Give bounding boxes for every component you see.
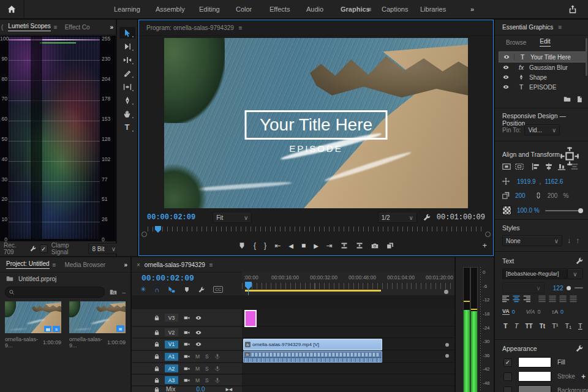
sync-lock-toggle[interactable]: [184, 341, 190, 347]
track-name-v3[interactable]: V3: [165, 314, 178, 322]
align-left-objects-button[interactable]: [532, 162, 540, 171]
fill-checkbox[interactable]: [503, 358, 512, 367]
egp-scrollbar[interactable]: [586, 38, 587, 76]
track-name-v2[interactable]: V2: [165, 328, 178, 336]
mute-toggle[interactable]: M: [195, 353, 200, 360]
track-lane-v2[interactable]: [242, 327, 454, 338]
position-y-value[interactable]: 1162.6: [545, 178, 563, 185]
solo-toggle[interactable]: S: [205, 377, 209, 383]
layer-row-title[interactable]: T Your Title Here: [499, 51, 586, 62]
program-settings-button[interactable]: [423, 214, 431, 221]
new-layer-button[interactable]: [576, 96, 583, 103]
panel-overflow-icon[interactable]: »: [124, 262, 127, 268]
align-center-horizontally-button[interactable]: [502, 162, 511, 171]
faux-bold-button[interactable]: T: [503, 322, 508, 330]
stroke-checkbox[interactable]: [503, 372, 512, 381]
small-caps-button[interactable]: Tt: [540, 323, 545, 330]
track-output-toggle[interactable]: [195, 315, 202, 321]
stroke-color-swatch[interactable]: [518, 371, 551, 382]
project-search-field[interactable]: [5, 287, 105, 298]
workspace-audio[interactable]: Audio: [306, 0, 323, 18]
mix-gain-value[interactable]: 0.0: [197, 386, 205, 392]
workspace-overflow-icon[interactable]: »: [470, 0, 474, 18]
layer-row-episode[interactable]: T EPISODE: [499, 82, 586, 92]
mute-toggle[interactable]: M: [195, 377, 200, 383]
appearance-settings-button[interactable]: [576, 345, 583, 352]
play-stop-button[interactable]: ■: [301, 241, 306, 250]
mute-toggle[interactable]: M: [195, 366, 200, 372]
pen-tool[interactable]: [119, 94, 135, 106]
sync-lock-toggle[interactable]: [184, 377, 190, 383]
step-forward-button[interactable]: ▶: [314, 243, 318, 249]
program-panel-menu-icon[interactable]: ≡: [239, 24, 243, 31]
font-style-dropdown[interactable]: ∨: [502, 282, 545, 293]
workspace-captions[interactable]: Captions: [382, 0, 408, 18]
playback-resolution-dropdown[interactable]: 1/2∨: [378, 212, 417, 223]
push-style-button[interactable]: ↓: [567, 236, 571, 245]
track-name-a3[interactable]: A3: [165, 376, 178, 384]
tab-edit[interactable]: Edit: [540, 38, 550, 47]
link-scale-toggle[interactable]: [535, 192, 542, 199]
layer-visibility-toggle[interactable]: [499, 64, 513, 70]
linked-selection-toggle[interactable]: [168, 286, 175, 293]
panel-overflow-icon[interactable]: »: [110, 24, 113, 31]
zoom-level-dropdown[interactable]: Fit∨: [213, 212, 252, 223]
tab-sequence[interactable]: ornella-salas-9794329: [145, 262, 205, 268]
background-color-swatch[interactable]: [518, 385, 551, 392]
workspace-color[interactable]: Color: [236, 0, 252, 18]
work-area-bar[interactable]: [245, 290, 381, 292]
sequence-name[interactable]: ornella-salas-9...: [69, 336, 107, 349]
opacity-slider-knob[interactable]: [578, 208, 583, 213]
layer-visibility-toggle[interactable]: [499, 74, 513, 80]
lumetri-panel-menu-icon[interactable]: ≡: [54, 24, 58, 31]
project-item-sequence[interactable]: ▤ ornella-salas-9... 1:00:09: [69, 301, 126, 349]
track-output-toggle[interactable]: [195, 330, 202, 336]
new-folder-button[interactable]: [564, 96, 571, 103]
track-name-a1[interactable]: A1: [165, 353, 178, 361]
ripple-edit-tool[interactable]: [119, 54, 135, 66]
leading-value[interactable]: 0: [560, 309, 564, 315]
track-lock-toggle[interactable]: [154, 377, 160, 383]
voiceover-record-button[interactable]: [214, 353, 221, 360]
workspace-assembly[interactable]: Assembly: [156, 0, 185, 18]
sync-lock-toggle[interactable]: [184, 353, 190, 360]
workspace-libraries[interactable]: Libraries: [420, 0, 446, 18]
zoom-scrollbar-knob[interactable]: [444, 290, 448, 294]
sync-lock-toggle[interactable]: [184, 330, 190, 336]
sync-lock-toggle[interactable]: [184, 315, 190, 321]
track-lane-a3[interactable]: [242, 375, 454, 386]
audio-meters-panel[interactable]: 0-6 -12-18 -24-30 -36-42 -48: [456, 257, 494, 392]
align-bottom-objects-button[interactable]: [557, 162, 566, 171]
track-lock-toggle[interactable]: [154, 353, 160, 360]
media-browser-shortcut-button[interactable]: [110, 288, 117, 296]
timeline-panel-menu-icon[interactable]: ≡: [209, 262, 213, 268]
razor-tool[interactable]: [119, 67, 135, 79]
tab-media-browser[interactable]: Media Browser: [64, 262, 105, 268]
workspace-graphics-active[interactable]: Graphics: [341, 0, 370, 18]
layer-row-gaussian-blur[interactable]: fx Gaussian Blur: [499, 62, 586, 72]
distribute-objects-button[interactable]: [570, 162, 579, 171]
track-scroll-knob[interactable]: [445, 343, 449, 347]
subscript-button[interactable]: T₁: [565, 322, 571, 330]
lift-button[interactable]: [341, 242, 348, 249]
text-settings-button[interactable]: [576, 257, 583, 265]
mark-in-button[interactable]: {: [254, 241, 256, 250]
project-item-clip[interactable]: ▮▮ ≋ ornella-salas-9... 1:00:09: [5, 301, 61, 349]
scrubber-left-knob[interactable]: [141, 232, 147, 237]
sync-lock-toggle[interactable]: [184, 366, 190, 372]
workspace-learning[interactable]: Learning: [114, 0, 140, 18]
home-button[interactable]: [0, 0, 24, 18]
timeline-current-timecode[interactable]: 00:00:02:09: [141, 274, 194, 283]
faux-italic-button[interactable]: T: [514, 322, 519, 330]
button-editor-button[interactable]: +: [482, 241, 487, 250]
solo-toggle[interactable]: S: [205, 353, 209, 360]
track-output-toggle[interactable]: [195, 341, 202, 347]
justify-last-right-button[interactable]: [559, 295, 567, 303]
egp-panel-menu-icon[interactable]: ≡: [558, 24, 562, 31]
tab-browse[interactable]: Browse: [506, 39, 526, 46]
nest-sequences-toggle[interactable]: ✳: [140, 285, 146, 293]
hand-tool[interactable]: [119, 108, 135, 119]
track-lane-mix[interactable]: [242, 386, 454, 392]
scrubber-right-knob[interactable]: [485, 232, 491, 237]
layer-visibility-toggle[interactable]: [499, 84, 513, 90]
